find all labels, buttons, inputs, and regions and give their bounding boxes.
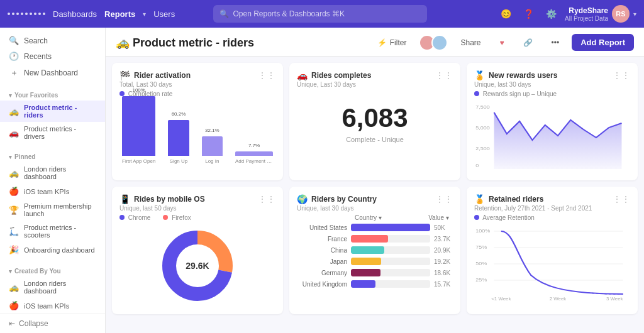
riders-country-menu-icon[interactable]: ⋮⋮	[435, 194, 453, 204]
created-section-header[interactable]: ▾ Created By You	[0, 263, 105, 276]
sidebar-item-onboarding[interactable]: 🎉 Onboarding dashboard	[0, 242, 105, 258]
apps-menu-icon[interactable]	[8, 13, 45, 15]
hbar-china-track	[351, 246, 430, 254]
link-icon: 🔗	[523, 38, 533, 47]
sidebar-search[interactable]: 🔍 Search	[0, 33, 105, 48]
svg-text:100%: 100%	[475, 227, 490, 233]
hbar-france-val: 23.7K	[434, 236, 453, 243]
global-search[interactable]: 🔍 Open Reports & Dashboards ⌘K	[213, 5, 427, 23]
new-rewards-menu-icon[interactable]: ⋮⋮	[613, 70, 630, 80]
page-title: 🚕 Product metric - riders	[116, 36, 254, 50]
svg-text:75%: 75%	[475, 244, 487, 249]
new-rewards-title: New rewards users	[489, 71, 557, 80]
bar-4-value: 7.7%	[248, 143, 260, 148]
hbar-france-label: France	[297, 236, 347, 243]
bar-1-label: First App Open	[122, 158, 155, 164]
country-col-spacer	[301, 214, 355, 221]
rides-os-menu-icon[interactable]: ⋮⋮	[258, 194, 275, 204]
drivers-icon: 🚗	[9, 128, 19, 138]
bar-signup: 60.2% Sign Up	[168, 96, 189, 164]
sidebar-london-label: London riders dashboard	[24, 165, 96, 180]
svg-text:0: 0	[475, 162, 479, 168]
sidebar-riders-label: Product metric - riders	[24, 104, 96, 119]
sidebar-new-dashboard[interactable]: ＋ New Dashboard	[0, 64, 105, 82]
rewards-icon: 🏅	[474, 70, 485, 80]
hbar-france: France 23.7K	[297, 235, 453, 243]
sidebar-created-london[interactable]: 🚕 London riders dashboard	[0, 276, 105, 298]
retained-riders-menu-icon[interactable]: ⋮⋮	[613, 194, 630, 204]
favorites-chevron-icon: ▾	[9, 92, 12, 99]
country-col-headers: Country ▾ Value ▾	[297, 214, 453, 221]
nav-users[interactable]: Users	[153, 9, 175, 19]
bar-4: 7.7%	[235, 151, 273, 156]
sidebar-item-riders[interactable]: 🚕 Product metric - riders	[0, 101, 105, 122]
legend-dot-rewards	[474, 91, 479, 96]
rides-completes-card: 🚗 Rides completes Unique, Last 30 days ⋮…	[289, 63, 460, 180]
hbar-france-fill	[351, 235, 388, 243]
sidebar-item-premium[interactable]: 🏆 Premium membership launch	[0, 199, 105, 221]
favorites-section-header[interactable]: ▾ Your Favorites	[0, 87, 105, 101]
firefox-dot	[163, 215, 168, 220]
sidebar-item-drivers[interactable]: 🚗 Product metrics - drivers	[0, 122, 105, 143]
filter-button[interactable]: ⚡ Filter	[371, 35, 413, 50]
rides-completes-menu-icon[interactable]: ⋮⋮	[435, 70, 453, 80]
help-icon[interactable]: ❓	[519, 5, 537, 23]
rides-completes-header: 🚗 Rides completes Unique, Last 30 days ⋮…	[297, 70, 453, 88]
sidebar-collapse-btn[interactable]: ⇤ Collapse	[0, 314, 105, 333]
hbar-uk-track	[351, 280, 430, 288]
nav-reports[interactable]: Reports	[104, 9, 135, 19]
os-icon: 📱	[119, 194, 130, 204]
rewards-legend-label: Rewards sign up – Unique	[483, 90, 557, 97]
more-button[interactable]: •••	[545, 35, 566, 50]
user-name: RydeShare	[565, 6, 608, 15]
reports-chevron-icon: ▾	[143, 11, 146, 18]
rider-activation-menu-icon[interactable]: ⋮⋮	[258, 70, 275, 80]
bar-payment: 7.7% Add Payment Type	[235, 96, 273, 164]
rides-completes-title-area: 🚗 Rides completes Unique, Last 30 days	[297, 70, 371, 88]
bar-2: 60.2%	[168, 120, 189, 156]
sidebar-item-scooters[interactable]: 🛴 Product metrics - scooters	[0, 221, 105, 242]
sidebar-item-ios[interactable]: 🍎 iOS team KPIs	[0, 183, 105, 199]
share-label: Share	[460, 38, 480, 47]
riders-icon: 🚕	[9, 107, 19, 116]
london-icon: 🚕	[9, 168, 19, 178]
link-button[interactable]: 🔗	[517, 35, 539, 50]
legend-dot-blue	[119, 91, 125, 96]
add-report-button[interactable]: Add Report	[572, 34, 634, 51]
scooters-icon: 🛴	[9, 227, 19, 236]
country-col-header[interactable]: Country ▾	[355, 214, 382, 221]
bar-4-container: 7.7%	[235, 96, 273, 156]
rides-completes-subtitle: Unique, Last 30 days	[297, 81, 371, 88]
rides-mobile-os-card: 📱 Rides by mobile OS Unique, last 50 day…	[112, 187, 283, 314]
rider-activation-card: 🏁 Rider activation Total, Last 30 days ⋮…	[112, 63, 283, 180]
rider-activation-title-area: 🏁 Rider activation Total, Last 30 days	[119, 70, 191, 88]
user-menu[interactable]: RydeShare All Project Data RS ▾	[565, 5, 636, 23]
firefox-legend: Firefox	[163, 214, 191, 221]
nav-dashboards[interactable]: Dashboards	[53, 9, 97, 19]
pinned-chevron-icon: ▾	[9, 154, 12, 160]
value-col-label: Value	[428, 214, 444, 221]
rewards-area	[494, 112, 622, 169]
riders-country-card: 🌍 Riders by Country Unique, last 30 days…	[289, 187, 460, 314]
user-sub: All Project Data	[565, 15, 608, 22]
retained-riders-header: 🏅 Retained riders Retention, July 27th 2…	[474, 194, 630, 212]
sidebar-created-ios[interactable]: 🍎 iOS team KPIs	[0, 298, 105, 314]
sidebar-recents[interactable]: 🕐 Recents	[0, 48, 105, 64]
hbar-uk-val: 15.7K	[434, 281, 453, 288]
created-ios-icon: 🍎	[9, 301, 19, 310]
sidebar-item-london[interactable]: 🚕 London riders dashboard	[0, 162, 105, 183]
emoji-icon[interactable]: 😊	[497, 5, 514, 23]
value-col-header[interactable]: Value ▾	[428, 214, 449, 221]
sidebar-search-label: Search	[24, 36, 48, 45]
main-layout: 🔍 Search 🕐 Recents ＋ New Dashboard ▾ You…	[0, 28, 644, 333]
bar-3-value: 32.1%	[205, 128, 219, 133]
settings-icon[interactable]: ⚙️	[542, 5, 560, 23]
dashboard-grid: 🏁 Rider activation Total, Last 30 days ⋮…	[106, 57, 644, 320]
pinned-section-header[interactable]: ▾ Pinned	[0, 148, 105, 162]
bars-container: 100% First App Open 60.2%	[119, 101, 275, 164]
share-button[interactable]: Share	[454, 35, 487, 50]
hbar-uk: United Kingdom 15.7K	[297, 280, 453, 288]
pinned-label: Pinned	[14, 153, 35, 160]
heart-button[interactable]: ♥	[493, 35, 510, 50]
country-bars: United States 50K France 23.7K	[297, 224, 453, 288]
